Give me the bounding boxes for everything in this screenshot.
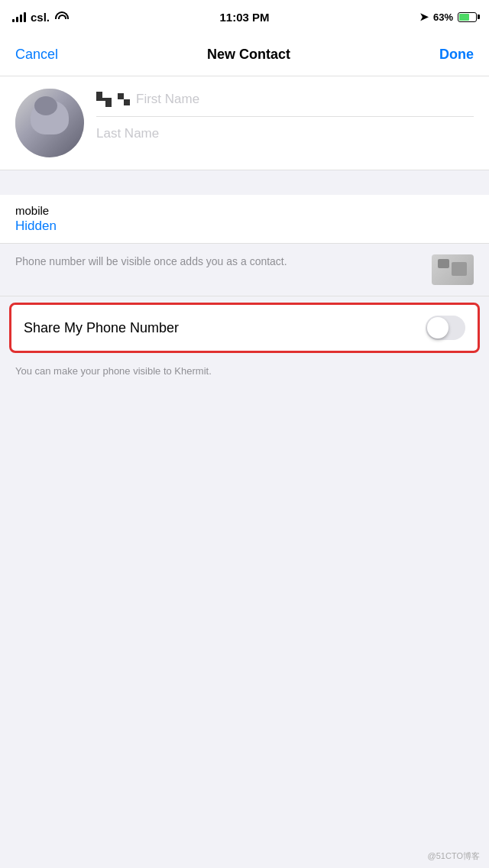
done-button[interactable]: Done [439, 47, 474, 63]
carrier-name: csl. [31, 11, 50, 24]
info-text: Phone number will be visible once adds y… [15, 254, 423, 270]
phone-value: Hidden [15, 219, 474, 234]
share-section: Share My Phone Number [9, 303, 480, 353]
contact-fields [96, 89, 474, 144]
toggle-knob [427, 317, 449, 338]
share-caption-text: You can make your phone visible to Kherm… [15, 365, 212, 377]
status-right: ➤ 63% [419, 11, 477, 23]
share-caption-container: You can make your phone visible to Kherm… [0, 359, 489, 390]
battery-fill [459, 14, 469, 21]
first-name-icon-2 [118, 93, 130, 105]
battery-icon [458, 12, 477, 22]
last-name-input[interactable] [96, 123, 474, 144]
signal-bar-4 [24, 12, 26, 22]
contact-form [0, 76, 489, 170]
info-section: Phone number will be visible once adds y… [0, 244, 489, 296]
first-name-icon [96, 92, 112, 107]
signal-bars-icon [12, 11, 26, 22]
first-name-row [96, 89, 474, 110]
location-icon: ➤ [419, 11, 429, 23]
section-spacer-1 [0, 170, 489, 195]
share-phone-toggle[interactable] [426, 316, 465, 340]
status-left: csl. [12, 11, 70, 24]
share-label: Share My Phone Number [24, 320, 179, 336]
wifi-icon [54, 11, 70, 22]
phone-label: mobile [15, 204, 474, 217]
page-title: New Contact [207, 47, 290, 63]
first-name-input[interactable] [136, 89, 474, 110]
cancel-button[interactable]: Cancel [15, 47, 58, 63]
battery-shell [458, 12, 477, 22]
phone-section: mobile Hidden [0, 195, 489, 244]
signal-bar-1 [12, 19, 15, 22]
nav-bar: Cancel New Contact Done [0, 34, 489, 76]
status-time: 11:03 PM [219, 11, 269, 24]
status-bar: csl. 11:03 PM ➤ 63% [0, 0, 489, 34]
signal-bar-3 [20, 15, 22, 22]
avatar-image [15, 89, 84, 157]
last-name-row [96, 116, 474, 144]
watermark: @51CTO博客 [428, 850, 480, 862]
avatar[interactable] [15, 89, 84, 157]
info-image [432, 254, 474, 285]
share-section-wrapper: Share My Phone Number [0, 296, 489, 359]
battery-percent: 63% [433, 11, 453, 23]
signal-bar-2 [16, 17, 18, 22]
